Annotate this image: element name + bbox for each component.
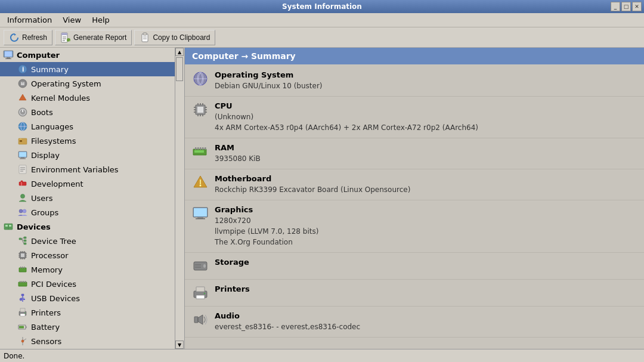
kernel-label: Kernel Modules	[31, 94, 90, 103]
kernel-icon	[17, 92, 29, 104]
motherboard-section: Motherboard Rockchip RK3399 Excavator Bo…	[185, 169, 644, 200]
svg-line-49	[21, 238, 24, 239]
audio-section-icon	[192, 311, 209, 328]
display-icon	[17, 149, 29, 161]
menu-help[interactable]: Help	[87, 14, 114, 26]
sidebar-item-development[interactable]: Development	[0, 177, 175, 191]
sidebar-item-usb[interactable]: USB Devices	[0, 291, 175, 305]
status-text: Done.	[4, 352, 24, 360]
svg-point-38	[21, 194, 25, 199]
motherboard-section-icon	[192, 174, 209, 191]
graphics-detail-0: 1280x720	[215, 215, 637, 226]
svg-rect-46	[24, 237, 26, 239]
sidebar-section-devices[interactable]: Devices	[0, 219, 175, 234]
sidebar-item-battery[interactable]: Battery	[0, 320, 175, 334]
svg-point-134	[204, 293, 206, 295]
svg-rect-68	[22, 267, 23, 268]
scrollbar-thumb[interactable]	[176, 57, 183, 81]
graphics-section: Graphics 1280x720 llvmpipe (LLVM 7.0, 12…	[185, 200, 644, 253]
svg-rect-69	[24, 267, 25, 268]
pci-icon	[17, 278, 29, 290]
sidebar-item-pci[interactable]: PCI Devices	[0, 277, 175, 291]
processor-label: Processor	[31, 251, 69, 260]
battery-label: Battery	[31, 323, 60, 332]
storage-section: Storage	[185, 253, 644, 280]
display-label: Display	[31, 151, 60, 160]
ram-section: RAM 3935080 KiB	[185, 138, 644, 169]
sidebar-item-os[interactable]: Operating System	[0, 76, 175, 91]
close-button[interactable]: ✕	[632, 2, 642, 11]
scrollbar-down-button[interactable]: ▼	[175, 341, 184, 349]
svg-rect-86	[26, 327, 27, 328]
svg-rect-13	[7, 57, 10, 58]
scrollbar-track	[175, 56, 184, 341]
sidebar-item-display[interactable]: Display	[0, 148, 175, 162]
cpu-section-icon	[192, 101, 209, 118]
sidebar-item-printers[interactable]: Printers	[0, 305, 175, 320]
svg-rect-85	[19, 326, 24, 329]
sidebar-item-users[interactable]: Users	[0, 191, 175, 205]
sidebar-section-computer[interactable]: Computer	[0, 48, 175, 62]
printers-title: Printers	[215, 284, 637, 293]
groups-icon	[17, 206, 29, 218]
copy-clipboard-button[interactable]: Copy to Clipboard	[134, 30, 215, 45]
generate-report-button[interactable]: ✓ Generate Report	[55, 30, 132, 45]
sidebar-item-device-tree[interactable]: Device Tree	[0, 234, 175, 248]
development-label: Development	[31, 180, 83, 188]
sidebar-item-boots[interactable]: Boots	[0, 105, 175, 119]
svg-rect-115	[197, 147, 199, 150]
svg-rect-47	[24, 240, 26, 242]
sidebar-item-memory[interactable]: Memory	[0, 262, 175, 277]
svg-rect-114	[195, 147, 197, 150]
menu-view[interactable]: View	[58, 14, 86, 26]
maximize-button[interactable]: □	[621, 2, 631, 11]
sensors-icon	[17, 335, 29, 347]
sidebar-item-env[interactable]: Environment Variables	[0, 162, 175, 177]
users-icon	[17, 192, 29, 204]
os-detail-0: Debian GNU/Linux 10 (buster)	[215, 81, 637, 91]
main-area: Computer i Summary Operating System Ke	[0, 48, 644, 349]
scrollbar-up-button[interactable]: ▲	[175, 48, 184, 56]
os-label: Operating System	[31, 79, 101, 88]
sidebar-item-groups[interactable]: Groups	[0, 205, 175, 219]
svg-point-40	[23, 209, 26, 213]
svg-rect-125	[197, 217, 203, 218]
minimize-button[interactable]: _	[611, 2, 620, 11]
svg-rect-43	[9, 225, 11, 227]
svg-point-89	[21, 340, 24, 342]
svg-rect-79	[23, 299, 25, 300]
os-title: Operating System	[215, 70, 637, 79]
ram-section-content: RAM 3935080 KiB	[215, 143, 637, 164]
svg-point-39	[19, 209, 23, 213]
printers-icon	[17, 307, 29, 318]
svg-rect-45	[19, 238, 21, 240]
computer-label: Computer	[17, 51, 60, 60]
usb-icon	[17, 292, 29, 304]
svg-rect-70	[18, 282, 27, 286]
device-tree-label: Device Tree	[31, 237, 76, 246]
summary-label: Summary	[31, 65, 69, 74]
env-label: Environment Variables	[31, 165, 119, 174]
sidebar-scrollbar[interactable]: ▲ ▼	[175, 48, 184, 349]
battery-icon	[17, 321, 29, 333]
sidebar-item-languages[interactable]: Languages	[0, 119, 175, 134]
storage-section-icon	[192, 258, 209, 274]
svg-rect-14	[5, 58, 11, 59]
sidebar-item-sensors[interactable]: Sensors	[0, 334, 175, 348]
sidebar-item-kernel[interactable]: Kernel Modules	[0, 91, 175, 105]
graphics-detail-1: llvmpipe (LLVM 7.0, 128 bits)	[215, 226, 637, 237]
svg-rect-30	[20, 159, 26, 159]
svg-rect-118	[205, 147, 206, 150]
sidebar-item-summary[interactable]: i Summary	[0, 62, 175, 76]
menu-information[interactable]: Information	[2, 14, 57, 26]
ram-detail-0: 3935080 KiB	[215, 153, 637, 164]
sidebar-item-filesystems[interactable]: Filesystems	[0, 134, 175, 148]
svg-rect-26	[20, 140, 22, 142]
sidebar-item-processor[interactable]: Processor	[0, 248, 175, 262]
refresh-icon	[9, 32, 20, 43]
development-icon	[17, 178, 29, 190]
refresh-button[interactable]: Refresh	[4, 30, 52, 45]
window-controls[interactable]: _ □ ✕	[611, 2, 642, 11]
svg-rect-100	[197, 107, 203, 113]
languages-label: Languages	[31, 122, 73, 131]
